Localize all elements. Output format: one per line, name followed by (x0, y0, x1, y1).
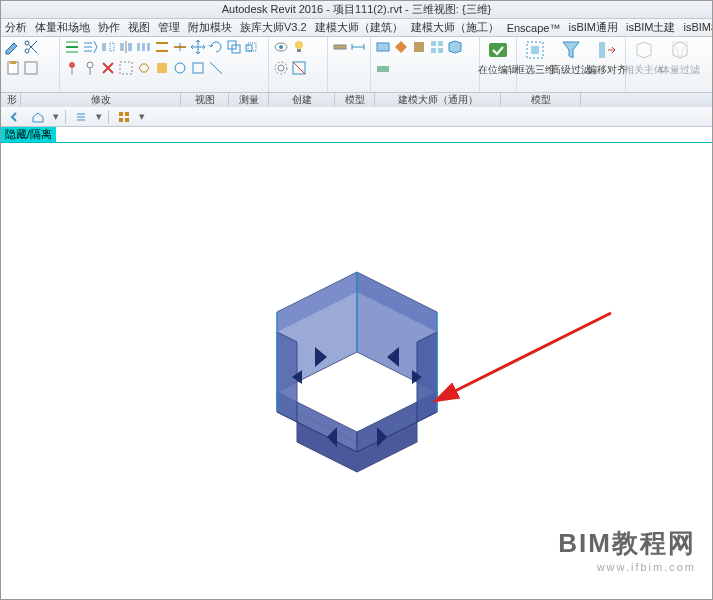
svg-point-23 (279, 45, 283, 49)
svg-rect-43 (119, 118, 123, 122)
menu-shigong[interactable]: 建模大师（施工） (411, 20, 499, 35)
svg-rect-31 (414, 42, 424, 52)
offset-icon[interactable] (82, 39, 98, 55)
svg-rect-21 (193, 63, 203, 73)
grid-icon[interactable] (115, 109, 133, 125)
rotate-icon[interactable] (208, 39, 224, 55)
menu-collab[interactable]: 协作 (98, 20, 120, 35)
block-icon[interactable] (411, 39, 427, 55)
menu-bar: 分析 体量和场地 协作 视图 管理 附加模块 族库大师V3.2 建模大师（建筑）… (1, 19, 712, 37)
mirror-pick-icon[interactable] (100, 39, 116, 55)
panel-label-form: 形 (1, 93, 21, 107)
svg-rect-5 (102, 43, 106, 51)
mirror-draw-icon[interactable] (118, 39, 134, 55)
panel-label-model: 模型 (335, 93, 375, 107)
panel-label-create: 创建 (269, 93, 335, 107)
override-icon[interactable] (291, 60, 307, 76)
box-select-3d-button[interactable]: 框选三维 (517, 37, 553, 92)
menu-manage[interactable]: 管理 (158, 20, 180, 35)
svg-rect-8 (128, 43, 132, 51)
svg-line-60 (451, 313, 611, 393)
annotation-arrow (431, 303, 631, 423)
ribbon-group-modify (60, 37, 269, 92)
menu-famlib[interactable]: 族库大师V3.2 (240, 20, 307, 35)
svg-rect-42 (125, 112, 129, 116)
trim-icon[interactable] (154, 39, 170, 55)
create-similar-icon[interactable] (375, 39, 391, 55)
menu-isbim-jd[interactable]: isBIM机电 (683, 20, 713, 35)
panel-label-modify: 修改 (21, 93, 181, 107)
menu-enscape[interactable]: Enscape™ (507, 22, 561, 34)
gear-icon[interactable] (273, 60, 289, 76)
svg-point-0 (25, 41, 29, 45)
menu-addins[interactable]: 附加模块 (188, 20, 232, 35)
modify-icon[interactable] (5, 39, 21, 55)
offset-align-button[interactable]: 偏移对齐 (589, 37, 625, 92)
svg-rect-40 (599, 42, 605, 58)
pin-icon[interactable] (64, 60, 80, 76)
delete-icon[interactable] (100, 60, 116, 76)
watermark-url: www.ifbim.com (558, 561, 696, 573)
parts2-icon[interactable] (375, 60, 391, 76)
3d-viewport[interactable]: BIM教程网 www.ifbim.com (1, 143, 712, 583)
svg-point-16 (69, 62, 75, 68)
group-icon[interactable] (118, 60, 134, 76)
svg-rect-7 (120, 43, 124, 51)
svg-rect-37 (489, 43, 507, 57)
dim-icon[interactable] (350, 39, 366, 55)
family-icon[interactable] (393, 39, 409, 55)
svg-rect-14 (246, 45, 252, 51)
edit-inplace-icon (487, 39, 509, 61)
svg-rect-30 (377, 43, 389, 51)
options-bar: ▾ ▾ ▾ (1, 107, 712, 127)
advanced-filter-button[interactable]: 高级过滤 (553, 37, 589, 92)
copy-icon[interactable] (226, 39, 242, 55)
ribbon-group-left (1, 37, 60, 92)
menu-isbim-tj[interactable]: isBIM土建 (626, 20, 676, 35)
filter-icon (560, 39, 582, 61)
list-icon[interactable] (72, 109, 90, 125)
svg-rect-36 (377, 66, 389, 72)
ribbon-panel-labels: 形 修改 视图 测量 创建 模型 建模大师（通用） 模型 (1, 93, 712, 107)
measure-icon[interactable] (332, 39, 348, 55)
ribbon: 在位编辑 框选三维 高级过滤 偏移对齐 相关主体 体量过滤 (1, 37, 712, 93)
svg-rect-34 (431, 48, 436, 53)
home-dropdown[interactable] (29, 109, 47, 125)
tool-icon[interactable] (23, 60, 39, 76)
svg-rect-35 (438, 48, 443, 53)
hide-icon[interactable] (273, 39, 289, 55)
assembly-icon[interactable] (429, 39, 445, 55)
menu-view[interactable]: 视图 (128, 20, 150, 35)
move-icon[interactable] (190, 39, 206, 55)
svg-rect-32 (431, 41, 436, 46)
align-icon[interactable] (64, 39, 80, 55)
svg-rect-18 (120, 62, 132, 74)
back-button[interactable] (5, 109, 23, 125)
svg-rect-33 (438, 41, 443, 46)
ribbon-group-measure (328, 37, 371, 92)
menu-analyze[interactable]: 分析 (5, 20, 27, 35)
edit-inplace-button[interactable]: 在位编辑 (480, 37, 516, 92)
detail-icon[interactable] (136, 60, 152, 76)
svg-rect-9 (137, 43, 140, 51)
menu-jianzhu[interactable]: 建模大师（建筑） (315, 20, 403, 35)
menu-isbim-general[interactable]: isBIM通用 (568, 20, 618, 35)
unpin-icon[interactable] (82, 60, 98, 76)
svg-point-24 (295, 41, 303, 49)
parts-icon[interactable] (447, 39, 463, 55)
paste-icon[interactable] (5, 60, 21, 76)
scissors-icon[interactable] (23, 39, 39, 55)
weight-filter-button: 体量过滤 (662, 37, 698, 92)
svg-rect-10 (142, 43, 145, 51)
misc2-icon[interactable] (190, 60, 206, 76)
misc1-icon[interactable] (172, 60, 188, 76)
menu-massing[interactable]: 体量和场地 (35, 20, 90, 35)
misc3-icon[interactable] (208, 60, 224, 76)
demo-icon[interactable] (154, 60, 170, 76)
scale-icon[interactable] (244, 39, 260, 55)
svg-rect-19 (157, 63, 167, 73)
lightbulb-icon[interactable] (291, 39, 307, 55)
svg-rect-25 (297, 49, 301, 52)
array-icon[interactable] (136, 39, 152, 55)
split-icon[interactable] (172, 39, 188, 55)
